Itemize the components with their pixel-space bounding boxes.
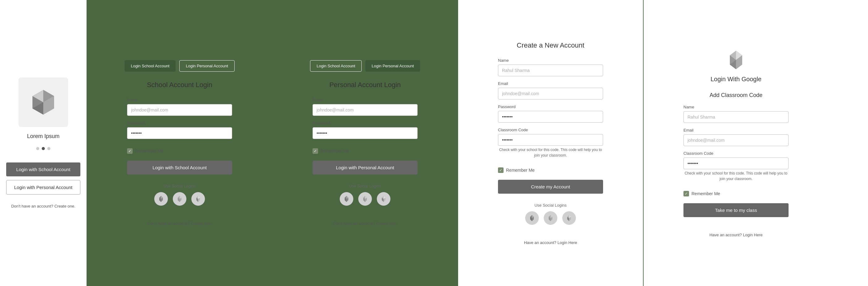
school-password-input[interactable] [127, 127, 232, 139]
school-login-btn[interactable]: Login with School Account [127, 161, 232, 174]
create-social-icon-1[interactable] [525, 211, 539, 225]
create-social-icon-2[interactable] [544, 211, 557, 225]
create-classroom-input[interactable] [498, 134, 603, 146]
school-password-label: Password [127, 121, 232, 125]
school-social-icon-3[interactable] [191, 192, 205, 206]
create-social-icon-3[interactable] [562, 211, 576, 225]
personal-check-icon: ✓ [314, 149, 317, 153]
create-checkbox[interactable]: ✓ [498, 167, 503, 173]
google-email-input[interactable] [683, 134, 788, 146]
create-account-btn[interactable]: Create my Account [498, 180, 603, 194]
personal-remember-me: ✓ Remember Me [312, 148, 417, 154]
personal-form-title: Personal Account Login [329, 81, 401, 89]
google-remember-label: Remember Me [691, 191, 720, 196]
school-password-group: Password [127, 121, 232, 139]
school-social-icons [127, 192, 232, 206]
school-footer: Don't have an account? Create one. [148, 221, 212, 226]
google-name-group: Name [683, 105, 788, 123]
personal-social-icon-1[interactable] [340, 192, 353, 206]
personal-nav-school-btn[interactable]: Login School Account [310, 60, 362, 72]
google-footer: Have an account? Login Here [709, 232, 763, 237]
school-social-label: Use Social Logins [127, 184, 232, 188]
school-email-label: Email [127, 98, 232, 102]
create-remember-label: Remember Me [506, 168, 535, 173]
create-social-icons [498, 211, 603, 225]
school-remember-label: Remember Me [135, 149, 164, 154]
school-email-input[interactable] [127, 104, 232, 116]
google-login-panel: Login With Google Add Classroom Code Nam… [644, 0, 829, 286]
personal-social-section: Use Social Logins [312, 184, 417, 212]
personal-checkbox[interactable]: ✓ [312, 148, 318, 154]
logo-text: Lorem Ipsum [27, 133, 59, 139]
school-nav-buttons: Login School Account Login Personal Acco… [125, 60, 235, 72]
personal-social-label: Use Social Logins [312, 184, 417, 188]
google-classroom-group: Classroom Code Check with your school fo… [683, 151, 788, 182]
personal-remember-label: Remember Me [320, 149, 349, 154]
logo-gem-icon [28, 88, 59, 116]
google-icon [725, 49, 747, 71]
google-title: Login With Google [711, 76, 762, 83]
school-nav-school-btn[interactable]: Login School Account [125, 60, 176, 72]
create-name-group: Name [498, 58, 603, 76]
google-classroom-hint: Check with your school for this code. Th… [683, 170, 788, 182]
create-email-label: Email [498, 81, 603, 86]
google-classroom-input[interactable] [683, 158, 788, 169]
welcome-panel: Lorem Ipsum Login with School Account Lo… [0, 0, 87, 286]
carousel-dots [36, 147, 51, 150]
google-remember-me: ✓ Remember Me [683, 191, 788, 196]
google-name-input[interactable] [683, 111, 788, 123]
school-nav-personal-btn[interactable]: Login Personal Account [179, 60, 235, 72]
google-email-group: Email [683, 128, 788, 146]
welcome-footer: Don't have an account? Create one. [11, 204, 75, 209]
school-login-panel: Login School Account Login Personal Acco… [87, 0, 272, 286]
school-remember-me: ✓ Remember Me [127, 148, 232, 154]
google-take-me-btn[interactable]: Take me to my class [683, 203, 788, 217]
create-password-group: Password [498, 104, 603, 123]
school-check-icon: ✓ [128, 149, 131, 153]
create-form-title: Create a New Account [517, 41, 585, 50]
personal-login-btn[interactable]: Login with Personal Account [312, 161, 417, 174]
login-personal-button[interactable]: Login with Personal Account [6, 180, 81, 195]
create-check-icon: ✓ [499, 168, 502, 172]
create-footer: Have an account? Login Here [524, 240, 577, 245]
create-social-section: Use Social Logins [498, 203, 603, 231]
google-classroom-label: Classroom Code [683, 151, 788, 156]
dot-3 [47, 147, 51, 150]
personal-password-group: Password [312, 121, 417, 139]
personal-password-input[interactable] [312, 127, 417, 139]
google-name-label: Name [683, 105, 788, 109]
login-school-button[interactable]: Login with School Account [6, 162, 81, 177]
create-name-input[interactable] [498, 65, 603, 76]
create-password-input[interactable] [498, 111, 603, 123]
logo-container [19, 77, 68, 127]
google-email-label: Email [683, 128, 788, 132]
personal-footer: Don't have an account? Create one. [333, 221, 397, 226]
school-social-icon-1[interactable] [154, 192, 168, 206]
create-account-panel: Create a New Account Name Email Password… [458, 0, 643, 286]
personal-login-panel: Login School Account Login Personal Acco… [273, 0, 458, 286]
dot-2 [42, 147, 45, 150]
google-check-icon: ✓ [685, 191, 688, 196]
add-classroom-title: Add Classroom Code [709, 92, 762, 98]
personal-email-input[interactable] [312, 104, 417, 116]
create-email-input[interactable] [498, 88, 603, 99]
personal-social-icon-2[interactable] [358, 192, 372, 206]
create-name-label: Name [498, 58, 603, 63]
personal-social-icons [312, 192, 417, 206]
school-checkbox[interactable]: ✓ [127, 148, 133, 154]
create-password-label: Password [498, 104, 603, 109]
google-form-container: Login With Google Add Classroom Code Nam… [683, 49, 788, 237]
create-remember-me: ✓ Remember Me [498, 167, 603, 173]
personal-social-icon-3[interactable] [377, 192, 391, 206]
school-social-icon-2[interactable] [173, 192, 186, 206]
google-checkbox[interactable]: ✓ [683, 191, 689, 196]
dot-1 [36, 147, 39, 150]
school-social-section: Use Social Logins [127, 184, 232, 212]
personal-email-label: Email [312, 98, 417, 102]
school-email-group: Email [127, 98, 232, 116]
create-classroom-group: Classroom Code Check with your school fo… [498, 128, 603, 158]
google-icon-container [725, 49, 747, 72]
personal-email-group: Email [312, 98, 417, 116]
personal-nav-personal-btn[interactable]: Login Personal Account [365, 60, 420, 72]
create-form-container: Create a New Account Name Email Password… [498, 41, 603, 245]
